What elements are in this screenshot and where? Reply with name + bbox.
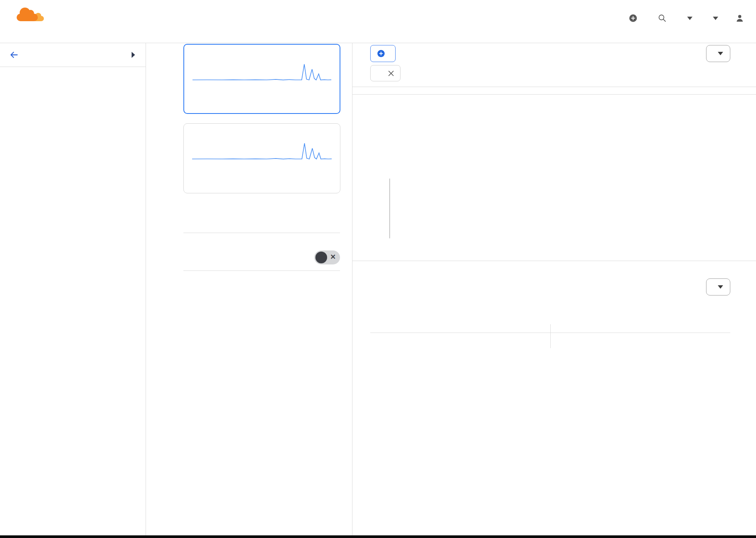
site-header [0,43,146,67]
chart-plot-area [390,179,730,238]
chevron-right-icon[interactable] [132,52,135,58]
development-mode-toggle[interactable]: ✕ [314,250,340,264]
chevron-down-icon [718,285,723,289]
search-icon [658,14,667,23]
divider [183,233,340,233]
requests-by-source-header [370,278,730,295]
divider [352,261,756,261]
chevron-down-icon [718,52,723,55]
filter-chip[interactable] [370,65,401,81]
add-site-button[interactable] [629,14,641,22]
cache-status-bar-chart [370,179,730,238]
plus-circle-icon [377,50,385,58]
cloudflare-dashboard: ✕ [0,0,756,538]
divider [352,87,756,87]
requests-metric-card[interactable] [183,44,340,114]
add-filter-button[interactable] [370,45,396,62]
time-range-dropdown[interactable] [706,45,730,62]
summary-column: ✕ [146,43,352,538]
cloudflare-cloud-icon [8,3,53,25]
back-arrow-icon[interactable] [9,50,19,60]
user-icon [735,13,745,23]
plus-circle-icon [629,14,637,22]
sidebar-nav [0,67,146,69]
analytics-panel [352,43,756,538]
divider [550,324,551,348]
data-transfer-metric-card[interactable] [183,123,340,193]
filter-bar [352,43,756,81]
cache-status-stacked-bar [370,132,730,150]
chart-y-axis [370,179,390,238]
development-mode-block: ✕ [183,244,340,264]
account-button[interactable] [735,13,745,23]
items-count-dropdown[interactable] [706,278,730,295]
sidebar [0,43,146,538]
toggle-knob [315,252,327,263]
language-menu[interactable] [709,17,718,20]
divider [183,271,340,271]
screen-bottom-edge [0,535,756,538]
source-panels [370,323,730,348]
cloudflare-logo[interactable] [6,3,53,26]
chevron-down-icon [713,17,718,20]
toggle-off-x-icon: ✕ [330,253,336,261]
top-header [0,0,756,43]
search-button[interactable] [658,14,667,23]
data-transfer-sparkline [192,141,332,161]
divider [352,94,756,95]
chevron-down-icon [687,17,692,20]
close-icon[interactable] [387,70,395,77]
requests-sparkline [192,62,331,82]
support-menu[interactable] [683,17,692,20]
